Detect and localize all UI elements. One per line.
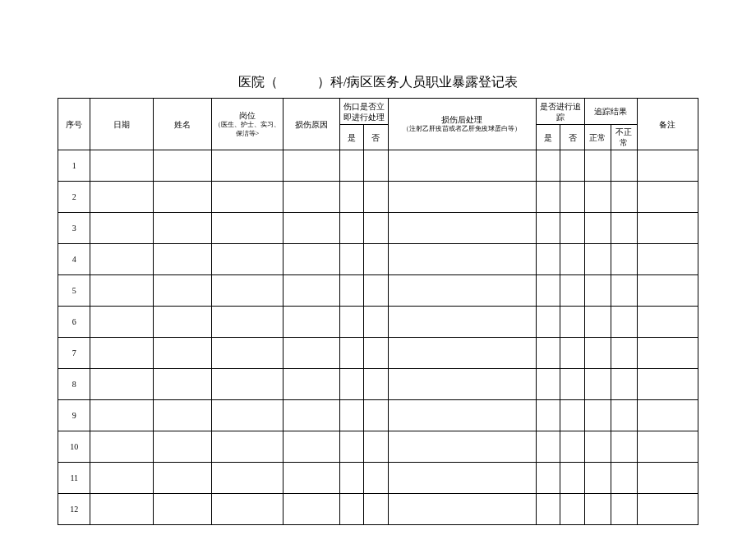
table-row: 4: [58, 244, 698, 275]
cell-empty: [584, 463, 611, 494]
cell-empty: [611, 275, 637, 307]
cell-empty: [560, 369, 585, 400]
cell-empty: [364, 369, 389, 400]
cell-empty: [584, 307, 611, 338]
cell-empty: [283, 338, 339, 369]
cell-empty: [339, 182, 364, 213]
cell-empty: [536, 400, 560, 431]
cell-empty: [611, 369, 637, 400]
cell-empty: [584, 150, 611, 182]
cell-empty: [212, 338, 283, 369]
cell-empty: [364, 431, 389, 463]
th-result: 追踪结果: [584, 99, 637, 125]
th-track-yes: 是: [536, 125, 560, 150]
th-remark: 备注: [637, 99, 698, 150]
cell-seq: 9: [58, 400, 90, 431]
cell-empty: [283, 307, 339, 338]
cell-empty: [90, 182, 153, 213]
th-treat-sub: （注射乙肝疫苗或者乙肝免疫球蛋白等）: [390, 125, 535, 133]
cell-empty: [364, 463, 389, 494]
cell-empty: [339, 369, 364, 400]
cell-empty: [153, 463, 211, 494]
cell-empty: [90, 275, 153, 307]
cell-empty: [212, 307, 283, 338]
cell-empty: [560, 431, 585, 463]
cell-empty: [584, 400, 611, 431]
cell-empty: [212, 275, 283, 307]
cell-empty: [364, 494, 389, 525]
cell-empty: [364, 307, 389, 338]
cell-empty: [637, 150, 698, 182]
cell-empty: [339, 338, 364, 369]
cell-empty: [153, 244, 211, 275]
cell-empty: [339, 307, 364, 338]
th-date: 日期: [90, 99, 153, 150]
th-result-abnormal: 不正常: [611, 125, 637, 150]
cell-empty: [536, 494, 560, 525]
cell-empty: [339, 431, 364, 463]
cell-empty: [339, 463, 364, 494]
cell-empty: [584, 244, 611, 275]
cell-empty: [212, 463, 283, 494]
cell-empty: [637, 307, 698, 338]
table-row: 11: [58, 463, 698, 494]
th-track-no: 否: [560, 125, 585, 150]
cell-empty: [637, 431, 698, 463]
cell-empty: [611, 307, 637, 338]
cell-empty: [339, 150, 364, 182]
cell-empty: [388, 275, 536, 307]
cell-empty: [388, 213, 536, 244]
cell-empty: [637, 369, 698, 400]
table-row: 10: [58, 431, 698, 463]
cell-empty: [560, 150, 585, 182]
th-reason: 损伤原因: [283, 99, 339, 150]
cell-empty: [536, 307, 560, 338]
cell-seq: 1: [58, 150, 90, 182]
cell-empty: [388, 431, 536, 463]
cell-empty: [283, 369, 339, 400]
cell-empty: [90, 150, 153, 182]
th-name: 姓名: [153, 99, 211, 150]
cell-empty: [212, 244, 283, 275]
cell-empty: [611, 400, 637, 431]
cell-empty: [388, 400, 536, 431]
th-result-normal: 正常: [584, 125, 611, 150]
cell-seq: 6: [58, 307, 90, 338]
cell-empty: [560, 338, 585, 369]
cell-empty: [637, 275, 698, 307]
cell-seq: 11: [58, 463, 90, 494]
cell-empty: [536, 338, 560, 369]
cell-empty: [611, 182, 637, 213]
cell-seq: 10: [58, 431, 90, 463]
cell-empty: [560, 307, 585, 338]
cell-empty: [339, 400, 364, 431]
cell-empty: [637, 494, 698, 525]
cell-empty: [90, 244, 153, 275]
cell-empty: [364, 213, 389, 244]
cell-empty: [90, 213, 153, 244]
th-wound-yes: 是: [339, 125, 364, 150]
cell-empty: [611, 213, 637, 244]
cell-empty: [584, 369, 611, 400]
cell-empty: [283, 244, 339, 275]
cell-empty: [584, 431, 611, 463]
cell-empty: [90, 369, 153, 400]
cell-empty: [212, 213, 283, 244]
cell-empty: [339, 494, 364, 525]
cell-empty: [388, 182, 536, 213]
cell-empty: [364, 182, 389, 213]
cell-empty: [560, 213, 585, 244]
cell-empty: [212, 400, 283, 431]
cell-empty: [364, 338, 389, 369]
cell-empty: [611, 431, 637, 463]
table-body: 123456789101112: [58, 150, 698, 525]
page-title: 医院（ ）科/病区医务人员职业暴露登记表: [58, 74, 698, 91]
cell-empty: [212, 150, 283, 182]
cell-empty: [560, 244, 585, 275]
cell-empty: [283, 182, 339, 213]
th-treat-label: 损伤后处理: [390, 114, 535, 125]
table-row: 6: [58, 307, 698, 338]
table-row: 12: [58, 494, 698, 525]
cell-empty: [283, 150, 339, 182]
th-post-label: 岗位: [213, 110, 281, 121]
